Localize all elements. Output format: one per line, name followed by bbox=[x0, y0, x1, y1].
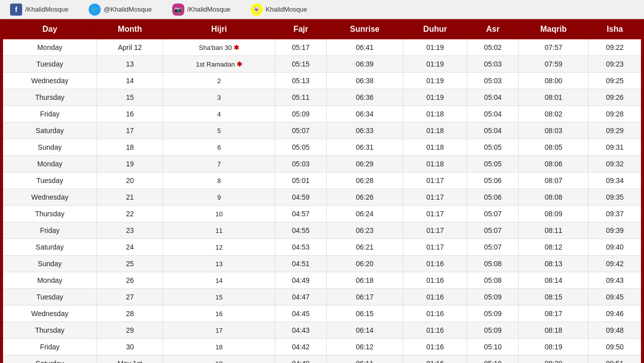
cell-sunrise: 06:11 bbox=[326, 355, 403, 364]
col-fajr: Fajr bbox=[275, 20, 326, 39]
cell-month: 30 bbox=[97, 339, 163, 355]
cell-fajr: 04:40 bbox=[275, 355, 326, 364]
table-row: Thursday 15 3 05:11 06:36 01:19 05:04 08… bbox=[2, 89, 642, 106]
cell-hijri: 5 bbox=[163, 123, 275, 139]
table-row: Thursday 22 10 04:57 06:24 01:17 05:07 0… bbox=[2, 206, 642, 222]
table-row: Monday April 12 Sha'ban 30 ✱ 05:17 06:41… bbox=[2, 39, 642, 56]
cell-maqrib: 08:02 bbox=[519, 106, 589, 123]
table-row: Monday 19 7 05:03 06:29 01:18 05:05 08:0… bbox=[2, 156, 642, 172]
cell-day: Wednesday bbox=[2, 306, 97, 322]
twitter-icon: 🐦 bbox=[89, 4, 101, 16]
cell-fajr: 05:05 bbox=[275, 139, 326, 156]
cell-hijri: 7 bbox=[163, 156, 275, 172]
cell-day: Thursday bbox=[2, 89, 97, 106]
cell-day: Monday bbox=[2, 156, 97, 172]
cell-hijri: 8 bbox=[163, 172, 275, 189]
cell-asr: 05:03 bbox=[467, 73, 519, 89]
cell-duhur: 01:18 bbox=[403, 156, 467, 172]
cell-isha: 09:43 bbox=[589, 272, 642, 289]
cell-sunrise: 06:39 bbox=[326, 56, 403, 73]
cell-asr: 05:09 bbox=[467, 306, 519, 322]
instagram-social[interactable]: 📷 /KhalidMosque bbox=[172, 4, 231, 16]
cell-hijri: 9 bbox=[163, 189, 275, 206]
cell-isha: 09:42 bbox=[589, 256, 642, 272]
cell-sunrise: 06:31 bbox=[326, 139, 403, 156]
cell-asr: 05:09 bbox=[467, 289, 519, 306]
cell-sunrise: 06:28 bbox=[326, 172, 403, 189]
twitter-label: @KhalidMosque bbox=[104, 6, 152, 13]
snapchat-icon: 👻 bbox=[251, 4, 263, 16]
cell-maqrib: 08:18 bbox=[519, 322, 589, 339]
table-row: Tuesday 27 15 04:47 06:17 01:16 05:09 08… bbox=[2, 289, 642, 306]
cell-duhur: 01:17 bbox=[403, 189, 467, 206]
cell-isha: 09:51 bbox=[589, 355, 642, 364]
top-bar: f /KhalidMosque 🐦 @KhalidMosque 📷 /Khali… bbox=[0, 0, 644, 19]
cell-day: Saturday bbox=[2, 123, 97, 139]
cell-month: 19 bbox=[97, 156, 163, 172]
cell-sunrise: 06:26 bbox=[326, 189, 403, 206]
cell-asr: 05:08 bbox=[467, 272, 519, 289]
cell-asr: 05:07 bbox=[467, 206, 519, 222]
cell-hijri: 1st Ramadan ✱ bbox=[163, 56, 275, 73]
table-header-row: Day Month Hijri Fajr Sunrise Duhur Asr M… bbox=[2, 20, 642, 39]
cell-duhur: 01:17 bbox=[403, 206, 467, 222]
cell-isha: 09:28 bbox=[589, 106, 642, 123]
cell-day: Thursday bbox=[2, 322, 97, 339]
cell-maqrib: 08:12 bbox=[519, 239, 589, 256]
cell-asr: 05:06 bbox=[467, 189, 519, 206]
table-row: Saturday 17 5 05:07 06:33 01:18 05:04 08… bbox=[2, 123, 642, 139]
cell-duhur: 01:16 bbox=[403, 355, 467, 364]
cell-isha: 09:46 bbox=[589, 306, 642, 322]
cell-maqrib: 08:13 bbox=[519, 256, 589, 272]
cell-asr: 05:09 bbox=[467, 322, 519, 339]
col-asr: Asr bbox=[467, 20, 519, 39]
cell-isha: 09:26 bbox=[589, 89, 642, 106]
cell-isha: 09:37 bbox=[589, 206, 642, 222]
cell-duhur: 01:19 bbox=[403, 73, 467, 89]
cell-maqrib: 07:57 bbox=[519, 39, 589, 56]
cell-isha: 09:31 bbox=[589, 139, 642, 156]
table-row: Friday 16 4 05:09 06:34 01:18 05:04 08:0… bbox=[2, 106, 642, 123]
cell-isha: 09:32 bbox=[589, 156, 642, 172]
cell-hijri: 13 bbox=[163, 256, 275, 272]
cell-duhur: 01:18 bbox=[403, 123, 467, 139]
table-row: Friday 23 11 04:55 06:23 01:17 05:07 08:… bbox=[2, 222, 642, 239]
cell-fajr: 05:11 bbox=[275, 89, 326, 106]
cell-hijri: 12 bbox=[163, 239, 275, 256]
cell-asr: 05:04 bbox=[467, 123, 519, 139]
cell-maqrib: 08:19 bbox=[519, 339, 589, 355]
table-row: Wednesday 21 9 04:59 06:26 01:17 05:06 0… bbox=[2, 189, 642, 206]
cell-month: 17 bbox=[97, 123, 163, 139]
cell-duhur: 01:16 bbox=[403, 339, 467, 355]
cell-duhur: 01:16 bbox=[403, 289, 467, 306]
cell-maqrib: 08:14 bbox=[519, 272, 589, 289]
cell-maqrib: 08:17 bbox=[519, 306, 589, 322]
cell-day: Saturday bbox=[2, 239, 97, 256]
cell-hijri: 3 bbox=[163, 89, 275, 106]
snapchat-label: KhalidMosque bbox=[266, 6, 307, 13]
cell-sunrise: 06:34 bbox=[326, 106, 403, 123]
cell-isha: 09:23 bbox=[589, 56, 642, 73]
cell-month: 18 bbox=[97, 139, 163, 156]
cell-maqrib: 08:11 bbox=[519, 222, 589, 239]
table-row: Sunday 25 13 04:51 06:20 01:16 05:08 08:… bbox=[2, 256, 642, 272]
facebook-label: /KhalidMosque bbox=[25, 6, 68, 13]
cell-month: 27 bbox=[97, 289, 163, 306]
cell-day: Saturday bbox=[2, 355, 97, 364]
cell-isha: 09:22 bbox=[589, 39, 642, 56]
cell-month: 22 bbox=[97, 206, 163, 222]
cell-fajr: 04:47 bbox=[275, 289, 326, 306]
cell-asr: 05:07 bbox=[467, 239, 519, 256]
snapchat-social[interactable]: 👻 KhalidMosque bbox=[251, 4, 307, 16]
twitter-social[interactable]: 🐦 @KhalidMosque bbox=[89, 4, 152, 16]
facebook-social[interactable]: f /KhalidMosque bbox=[10, 4, 68, 16]
cell-fajr: 04:57 bbox=[275, 206, 326, 222]
cell-fajr: 05:01 bbox=[275, 172, 326, 189]
cell-day: Monday bbox=[2, 39, 97, 56]
col-month: Month bbox=[97, 20, 163, 39]
facebook-icon: f bbox=[10, 4, 22, 16]
cell-maqrib: 08:09 bbox=[519, 206, 589, 222]
cell-maqrib: 08:07 bbox=[519, 172, 589, 189]
cell-sunrise: 06:12 bbox=[326, 339, 403, 355]
cell-maqrib: 08:20 bbox=[519, 355, 589, 364]
